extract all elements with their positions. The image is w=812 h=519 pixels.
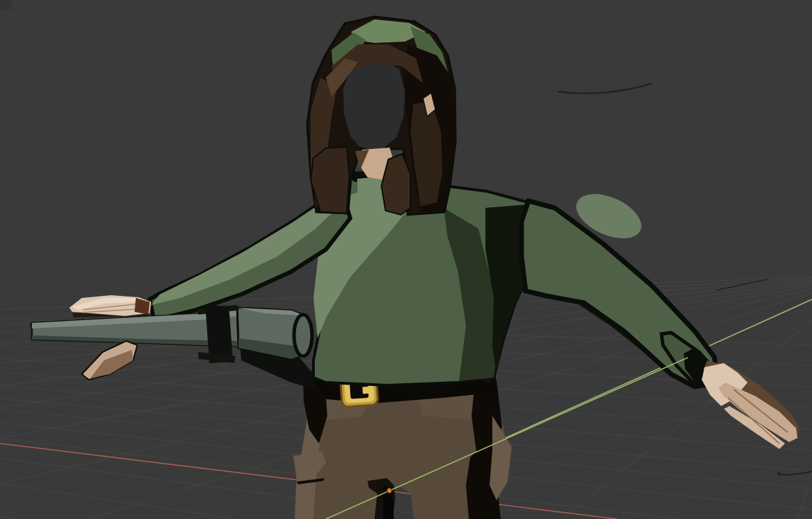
buckle-prong xyxy=(363,387,370,394)
stray-stroke-dot xyxy=(778,473,781,476)
viewport-corner-widget xyxy=(0,0,12,10)
3d-viewport[interactable] xyxy=(0,0,812,519)
stock-butt-ring xyxy=(294,315,312,356)
viewport-canvas[interactable] xyxy=(0,0,812,519)
face xyxy=(343,60,405,150)
origin-dot xyxy=(387,489,392,493)
